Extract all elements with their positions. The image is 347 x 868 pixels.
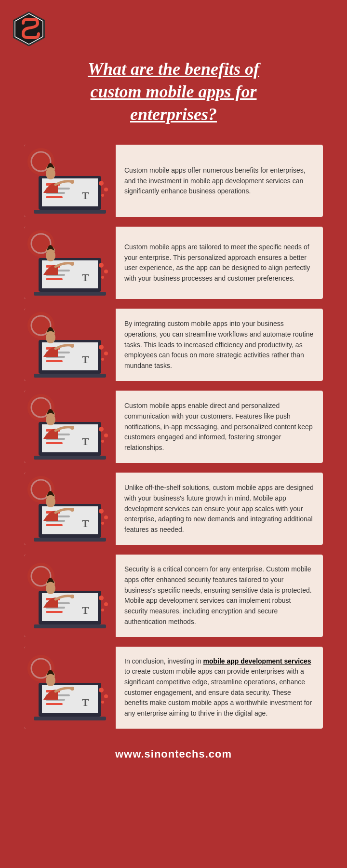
card-4: T Custom mobile apps enable direct and p…: [24, 391, 323, 463]
svg-point-32: [101, 276, 104, 279]
svg-point-47: [104, 352, 108, 355]
svg-point-17: [70, 180, 74, 184]
card-6-paragraph: Security is a critical concern for any e…: [124, 564, 314, 627]
svg-rect-43: [34, 374, 106, 378]
card-7-text: In conclusion, investing in mobile app d…: [116, 647, 323, 729]
svg-point-16: [101, 194, 104, 197]
svg-text:T: T: [82, 353, 89, 366]
page-title: What are the benefits of custom mobile a…: [29, 58, 318, 125]
svg-point-31: [104, 270, 108, 273]
svg-rect-89: [46, 611, 63, 613]
card-3: T By integrating custom mobile apps into…: [24, 309, 323, 381]
card-1-paragraph: Custom mobile apps offer numerous benefi…: [124, 165, 314, 197]
svg-rect-105: [46, 703, 63, 705]
card-5-text: Unlike off-the-shelf solutions, custom m…: [116, 473, 323, 545]
svg-point-113: [70, 687, 74, 691]
svg-text:T: T: [82, 190, 89, 202]
svg-rect-57: [46, 442, 63, 444]
svg-point-48: [101, 358, 104, 361]
card-6: T Security is a critical concern for any…: [24, 555, 323, 637]
svg-text:T: T: [82, 517, 89, 529]
card-3-paragraph: By integrating custom mobile apps into y…: [124, 319, 314, 371]
card-6-image: T: [24, 555, 116, 637]
card-1-text: Custom mobile apps offer numerous benefi…: [116, 145, 323, 217]
card-4-paragraph: Custom mobile apps enable direct and per…: [124, 401, 314, 453]
card-3-text: By integrating custom mobile apps into y…: [116, 309, 323, 381]
svg-point-64: [101, 440, 104, 443]
svg-point-78: [99, 509, 104, 514]
svg-text:T: T: [82, 271, 89, 284]
svg-rect-107: [34, 717, 106, 720]
svg-point-110: [99, 688, 104, 692]
svg-point-14: [99, 181, 104, 186]
card-5: T Unlike off-the-shelf solutions, custom…: [24, 473, 323, 545]
card-2: T Custom mobile apps are tailored to mee…: [24, 227, 323, 299]
card-6-text: Security is a critical concern for any e…: [116, 555, 323, 637]
svg-rect-11: [34, 210, 106, 214]
card-4-image: T: [24, 391, 116, 463]
svg-point-95: [104, 602, 108, 606]
card-7: T In conclusion, investing in mobile app…: [24, 647, 323, 729]
footer-url: www.sinontechs.com: [115, 748, 232, 760]
svg-point-79: [104, 515, 108, 519]
svg-point-65: [70, 426, 74, 430]
card-2-text: Custom mobile apps are tailored to meet …: [116, 227, 323, 299]
svg-point-49: [70, 344, 74, 348]
card-5-image: T: [24, 473, 116, 545]
header: [0, 0, 347, 53]
svg-text:T: T: [82, 604, 89, 616]
card-1-image: T: [24, 145, 116, 217]
card-7-link[interactable]: mobile app development services: [203, 657, 311, 665]
svg-point-63: [104, 434, 108, 437]
svg-rect-27: [34, 292, 106, 296]
svg-point-46: [99, 345, 104, 350]
svg-point-96: [101, 609, 104, 611]
svg-point-62: [99, 427, 104, 432]
card-7-text-before: In conclusion, investing in: [124, 657, 203, 665]
svg-rect-75: [34, 538, 106, 542]
svg-point-30: [99, 263, 104, 268]
svg-point-15: [104, 188, 108, 191]
svg-point-97: [70, 595, 74, 598]
svg-point-94: [99, 596, 104, 600]
svg-point-111: [104, 694, 108, 698]
svg-point-81: [70, 508, 74, 512]
card-7-text-after: to create custom mobile apps can provide…: [124, 667, 312, 717]
footer: www.sinontechs.com: [0, 733, 347, 770]
svg-point-33: [70, 262, 74, 266]
card-5-paragraph: Unlike off-the-shelf solutions, custom m…: [124, 483, 314, 535]
svg-rect-25: [46, 278, 63, 280]
title-section: What are the benefits of custom mobile a…: [0, 53, 347, 140]
card-2-image: T: [24, 227, 116, 299]
svg-point-112: [101, 701, 104, 704]
card-3-image: T: [24, 309, 116, 381]
logo: [10, 10, 48, 48]
card-2-paragraph: Custom mobile apps are tailored to meet …: [124, 242, 314, 284]
svg-rect-41: [46, 360, 63, 362]
svg-rect-73: [46, 524, 63, 526]
svg-rect-91: [34, 624, 106, 628]
svg-point-80: [101, 522, 104, 525]
svg-text:T: T: [82, 696, 89, 708]
svg-rect-9: [46, 196, 63, 198]
svg-rect-59: [34, 456, 106, 460]
svg-text:T: T: [82, 435, 89, 448]
card-4-text: Custom mobile apps enable direct and per…: [116, 391, 323, 463]
cards-container: T Custom mobile apps offer numerous bene…: [0, 140, 347, 733]
card-7-paragraph: In conclusion, investing in mobile app d…: [124, 656, 314, 719]
card-7-image: T: [24, 647, 116, 729]
card-1: T Custom mobile apps offer numerous bene…: [24, 145, 323, 217]
